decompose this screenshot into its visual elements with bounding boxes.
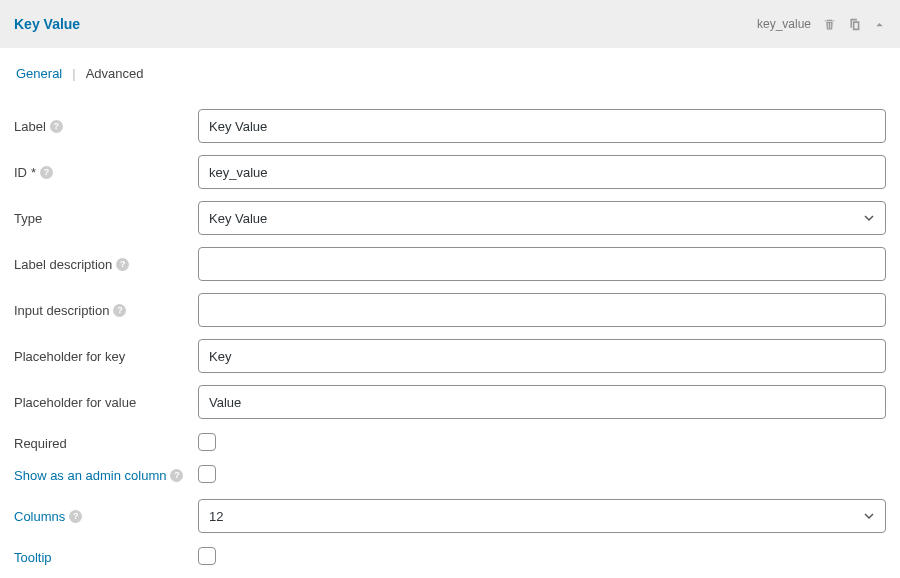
help-icon[interactable]: ? xyxy=(170,469,183,482)
id-label: ID* ? xyxy=(14,165,198,180)
row-id: ID* ? xyxy=(14,155,886,189)
columns-label-text[interactable]: Columns xyxy=(14,509,65,524)
placeholder-value-label: Placeholder for value xyxy=(14,395,198,410)
header-title: Key Value xyxy=(14,16,80,32)
type-label-text: Type xyxy=(14,211,42,226)
row-tooltip: Tooltip xyxy=(14,545,886,569)
row-admin-column: Show as an admin column ? xyxy=(14,463,886,487)
placeholder-key-label: Placeholder for key xyxy=(14,349,198,364)
type-select[interactable]: Key Value xyxy=(198,201,886,235)
required-label: Required xyxy=(14,436,198,451)
placeholder-key-label-text: Placeholder for key xyxy=(14,349,125,364)
input-desc-label: Input description ? xyxy=(14,303,198,318)
help-icon[interactable]: ? xyxy=(113,304,126,317)
help-icon[interactable]: ? xyxy=(40,166,53,179)
columns-select[interactable]: 12 xyxy=(198,499,886,533)
tab-advanced[interactable]: Advanced xyxy=(84,66,146,81)
label-label-text: Label xyxy=(14,119,46,134)
label-desc-label-text: Label description xyxy=(14,257,112,272)
row-type: Type Key Value xyxy=(14,201,886,235)
row-label: Label ? xyxy=(14,109,886,143)
label-desc-input[interactable] xyxy=(198,247,886,281)
header-id-text: key_value xyxy=(757,17,811,31)
columns-label: Columns ? xyxy=(14,509,198,524)
help-icon[interactable]: ? xyxy=(69,510,82,523)
placeholder-value-label-text: Placeholder for value xyxy=(14,395,136,410)
id-label-text: ID xyxy=(14,165,27,180)
admin-column-label-text[interactable]: Show as an admin column xyxy=(14,468,166,483)
label-input[interactable] xyxy=(198,109,886,143)
tabs: General | Advanced xyxy=(0,48,900,91)
tooltip-label: Tooltip xyxy=(14,550,198,565)
tooltip-checkbox[interactable] xyxy=(198,547,216,565)
help-icon[interactable]: ? xyxy=(50,120,63,133)
tab-general[interactable]: General xyxy=(14,66,64,81)
admin-column-checkbox[interactable] xyxy=(198,465,216,483)
placeholder-value-input[interactable] xyxy=(198,385,886,419)
row-columns: Columns ? 12 xyxy=(14,499,886,533)
required-checkbox[interactable] xyxy=(198,433,216,451)
trash-icon[interactable] xyxy=(823,18,836,31)
copy-icon[interactable] xyxy=(848,18,861,31)
tab-divider: | xyxy=(72,66,75,81)
id-input[interactable] xyxy=(198,155,886,189)
tooltip-label-text[interactable]: Tooltip xyxy=(14,550,52,565)
label-label: Label ? xyxy=(14,119,198,134)
collapse-icon[interactable] xyxy=(873,18,886,31)
input-desc-input[interactable] xyxy=(198,293,886,327)
required-mark: * xyxy=(31,165,36,180)
row-placeholder-key: Placeholder for key xyxy=(14,339,886,373)
row-input-desc: Input description ? xyxy=(14,293,886,327)
placeholder-key-input[interactable] xyxy=(198,339,886,373)
label-desc-label: Label description ? xyxy=(14,257,198,272)
row-required: Required xyxy=(14,431,886,455)
required-label-text: Required xyxy=(14,436,67,451)
type-label: Type xyxy=(14,211,198,226)
row-label-desc: Label description ? xyxy=(14,247,886,281)
help-icon[interactable]: ? xyxy=(116,258,129,271)
row-placeholder-value: Placeholder for value xyxy=(14,385,886,419)
input-desc-label-text: Input description xyxy=(14,303,109,318)
admin-column-label: Show as an admin column ? xyxy=(14,468,198,483)
panel-header: Key Value key_value xyxy=(0,0,900,48)
header-actions: key_value xyxy=(757,17,886,31)
form: Label ? ID* ? Type Key Value Label descr… xyxy=(0,91,900,578)
